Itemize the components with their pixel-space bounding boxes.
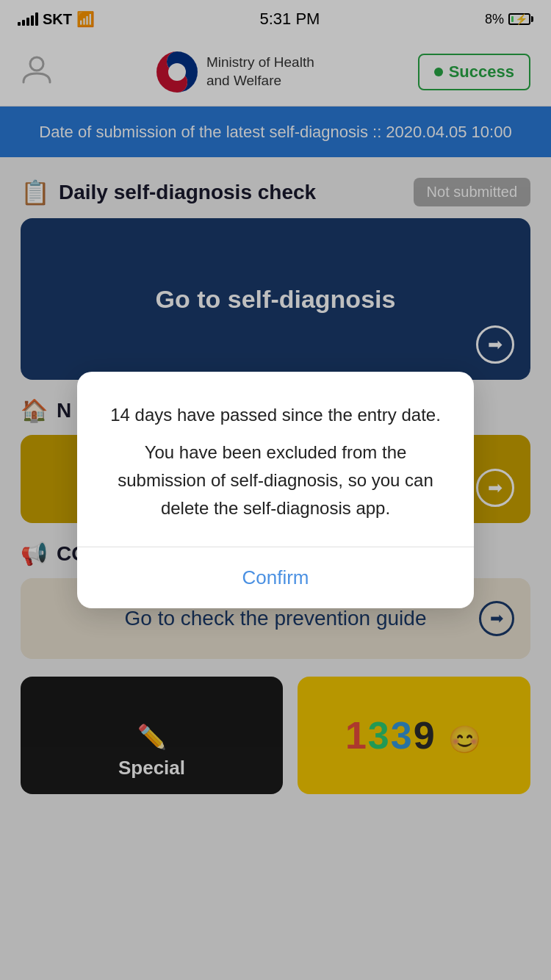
modal-line1: 14 days have passed since the entry date…	[104, 401, 447, 429]
modal-line2: You have been excluded from the submissi…	[104, 439, 447, 523]
modal-message: 14 days have passed since the entry date…	[104, 401, 447, 523]
modal-dialog: 14 days have passed since the entry date…	[77, 372, 474, 608]
modal-confirm-button[interactable]: Confirm	[104, 547, 447, 608]
modal-overlay: 14 days have passed since the entry date…	[0, 0, 551, 980]
